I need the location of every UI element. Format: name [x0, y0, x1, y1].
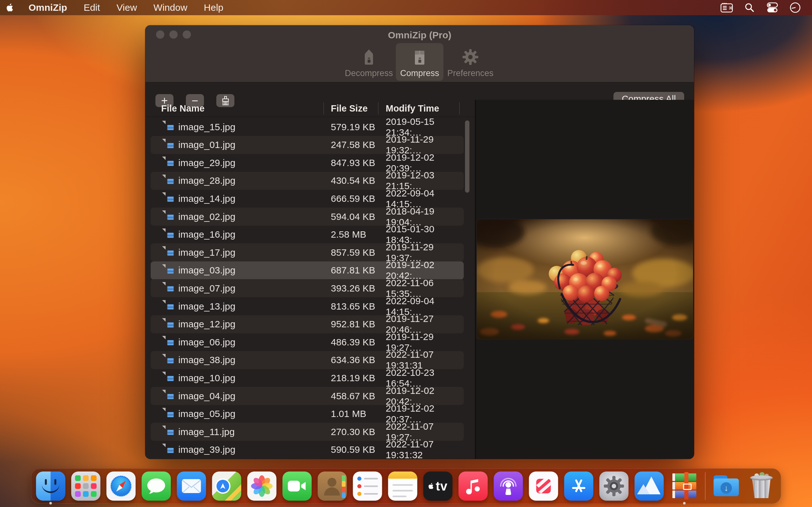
- table-row[interactable]: image_15.jpg 579.19 KB 2019-05-15 21:34:…: [151, 118, 464, 136]
- omnizip-archive-icon: [670, 471, 699, 501]
- dock-podcasts[interactable]: [494, 471, 523, 501]
- modify-time: 2019-05-15 21:34:…: [386, 118, 464, 136]
- column-divider[interactable]: [459, 102, 460, 114]
- modify-time: 2019-12-02 20:42:…: [386, 262, 464, 279]
- facetime-icon: [283, 471, 312, 501]
- news-icon: [529, 471, 558, 501]
- column-divider[interactable]: [323, 102, 324, 114]
- dock-photos[interactable]: [247, 471, 276, 501]
- dock-mail[interactable]: [177, 471, 206, 501]
- messages-icon: [142, 471, 171, 501]
- table-row[interactable]: image_16.jpg 2.58 MB 2015-01-30 18:43:…: [151, 226, 464, 244]
- clock-icon[interactable]: [786, 0, 804, 15]
- table-row[interactable]: image_14.jpg 666.59 KB 2022-09-04 14:15:…: [151, 189, 464, 208]
- column-divider[interactable]: [378, 102, 378, 114]
- file-size: 247.58 KB: [331, 136, 375, 154]
- dock-safari[interactable]: [107, 471, 136, 501]
- modify-time: 2022-11-07 19:27:…: [386, 423, 464, 441]
- column-file-name[interactable]: File Name: [161, 100, 205, 117]
- decompress-icon: [362, 46, 376, 66]
- table-row[interactable]: image_38.jpg 634.36 KB 2022-11-07 19:31:…: [151, 351, 464, 369]
- table-row[interactable]: image_12.jpg 952.81 KB 2019-11-27 20:46:…: [151, 315, 464, 333]
- music-icon: [459, 471, 488, 501]
- dock-trash[interactable]: [747, 471, 776, 501]
- file-size: 634.36 KB: [331, 351, 375, 369]
- dock-tv[interactable]: tv: [423, 471, 453, 501]
- table-row[interactable]: image_02.jpg 594.04 KB 2018-04-19 19:04:…: [151, 208, 464, 226]
- modify-time: 2022-11-06 15:35:…: [386, 279, 464, 297]
- column-modify-time[interactable]: Modify Time: [386, 100, 439, 117]
- menu-edit[interactable]: Edit: [75, 0, 108, 15]
- tv-icon: tv: [423, 471, 453, 501]
- menu-window[interactable]: Window: [145, 0, 196, 15]
- table-row[interactable]: image_39.jpg 590.59 KB 2022-11-07 19:31:…: [151, 441, 464, 459]
- table-scrollbar[interactable]: [465, 120, 469, 193]
- table-row[interactable]: image_07.jpg 393.26 KB 2022-11-06 15:35:…: [151, 279, 464, 297]
- dock-news[interactable]: [529, 471, 558, 501]
- file-name: image_01.jpg: [178, 136, 235, 154]
- dock-appstore[interactable]: [564, 471, 594, 501]
- window-switcher-icon[interactable]: ⌘: [717, 0, 736, 15]
- trash-icon: [747, 471, 776, 501]
- apple-menu-icon[interactable]: [0, 0, 20, 15]
- dock-maps[interactable]: [212, 471, 241, 501]
- table-row[interactable]: image_04.jpg 458.67 KB 2019-12-02 20:42:…: [151, 387, 464, 405]
- table-row[interactable]: image_03.jpg 687.81 KB 2019-12-02 20:42:…: [151, 262, 464, 279]
- file-name: image_02.jpg: [178, 208, 235, 226]
- safari-icon: [107, 471, 136, 501]
- dock-launchpad[interactable]: [71, 471, 101, 501]
- dock-separator: [705, 472, 706, 500]
- tab-compress[interactable]: Compress: [396, 43, 444, 81]
- menu-view[interactable]: View: [108, 0, 145, 15]
- table-row[interactable]: image_29.jpg 847.93 KB 2019-12-02 20:39:…: [151, 154, 464, 172]
- table-row[interactable]: image_10.jpg 218.19 KB 2022-10-23 16:54:…: [151, 369, 464, 387]
- file-name: image_04.jpg: [178, 387, 235, 405]
- dock-music[interactable]: [459, 471, 488, 501]
- running-indicator: [683, 502, 686, 504]
- dock-finder[interactable]: [36, 471, 65, 501]
- dock-downloads[interactable]: ↓: [712, 471, 741, 501]
- modify-time: 2022-10-23 16:54:…: [386, 369, 464, 387]
- dock-notes[interactable]: [388, 471, 417, 501]
- mail-icon: [177, 471, 206, 501]
- dock-reminders[interactable]: [353, 471, 382, 501]
- file-name: image_12.jpg: [178, 315, 235, 333]
- control-center-icon[interactable]: [763, 0, 781, 15]
- tab-preferences[interactable]: Preferences: [447, 43, 494, 81]
- tab-decompress[interactable]: Decompress: [345, 43, 393, 81]
- contacts-icon: [318, 471, 347, 501]
- menu-help[interactable]: Help: [196, 0, 232, 15]
- notes-icon: [388, 471, 417, 501]
- dock-omnizip[interactable]: [670, 471, 699, 501]
- file-size: 590.59 KB: [331, 441, 375, 459]
- file-table-body: image_15.jpg 579.19 KB 2019-05-15 21:34:…: [145, 118, 475, 459]
- file-size: 666.59 KB: [331, 189, 375, 208]
- file-name: image_29.jpg: [178, 154, 235, 172]
- file-name: image_07.jpg: [178, 279, 235, 297]
- table-row[interactable]: image_05.jpg 1.01 MB 2019-12-02 20:37:…: [151, 405, 464, 423]
- file-size: 813.65 KB: [331, 297, 375, 315]
- file-size: 430.54 KB: [331, 172, 375, 190]
- column-file-size[interactable]: File Size: [331, 100, 368, 117]
- dock-contacts[interactable]: [318, 471, 347, 501]
- preview-pane: [476, 100, 694, 459]
- modify-time: 2019-11-29 19:32:…: [386, 136, 464, 154]
- launchpad-icon: [71, 471, 101, 501]
- dock-messages[interactable]: [142, 471, 171, 501]
- search-icon[interactable]: [740, 0, 759, 15]
- menu-app-name[interactable]: OmniZip: [20, 0, 75, 15]
- table-row[interactable]: image_13.jpg 813.65 KB 2022-09-04 14:15:…: [151, 297, 464, 315]
- app-store-icon: [564, 471, 594, 501]
- file-name: image_06.jpg: [178, 333, 235, 351]
- table-row[interactable]: image_11.jpg 270.30 KB 2022-11-07 19:27:…: [151, 423, 464, 441]
- dock-mountains-app[interactable]: [635, 471, 664, 501]
- dock-settings[interactable]: [600, 471, 629, 501]
- file-size: 857.59 KB: [331, 243, 375, 262]
- table-row[interactable]: image_06.jpg 486.39 KB 2019-11-29 19:27:…: [151, 333, 464, 351]
- table-row[interactable]: image_17.jpg 857.59 KB 2019-11-29 19:37:…: [151, 243, 464, 262]
- file-table: File Name File Size Modify Time image_15…: [145, 100, 475, 459]
- table-row[interactable]: image_01.jpg 247.58 KB 2019-11-29 19:32:…: [151, 136, 464, 154]
- table-row[interactable]: image_28.jpg 430.54 KB 2019-12-03 21:15:…: [151, 172, 464, 190]
- table-header: File Name File Size Modify Time: [145, 100, 475, 117]
- dock-facetime[interactable]: [283, 471, 312, 501]
